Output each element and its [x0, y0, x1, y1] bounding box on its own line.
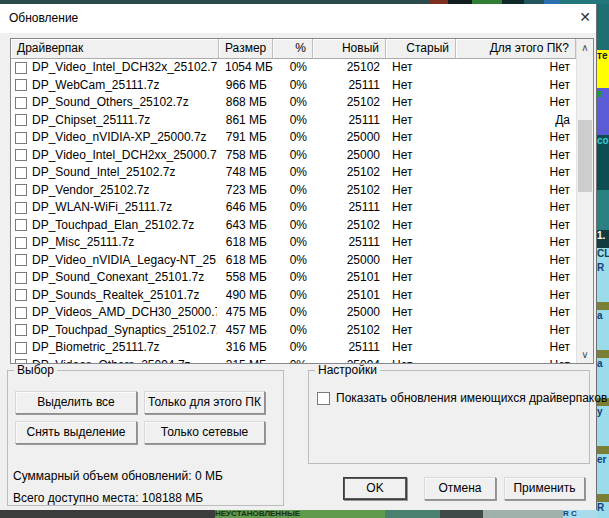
table-row[interactable]: DP_Video_Intel_DCH32x_25102.7z1054 МБ0%2…	[11, 59, 576, 77]
row-old-version: Нет	[386, 59, 456, 77]
list-header: Драйверпак Размер % Новый Старый Для это…	[11, 39, 576, 59]
scroll-thumb[interactable]	[578, 120, 592, 192]
table-row[interactable]: DP_Chipset_25111.7z861 МБ0%25111НетДа	[11, 112, 576, 130]
row-size: 861 МБ	[219, 112, 273, 130]
background-band: те	[597, 50, 609, 88]
only-network-button[interactable]: Только сетевые	[144, 421, 265, 444]
row-percent: 0%	[273, 252, 313, 270]
column-header-old[interactable]: Старый	[386, 39, 456, 59]
scroll-up-icon[interactable]: ∧	[577, 39, 593, 56]
close-icon[interactable]: ✕	[576, 7, 594, 27]
row-checkbox[interactable]	[15, 97, 27, 109]
row-new-version: 25102	[313, 94, 386, 112]
row-checkbox[interactable]	[15, 62, 27, 74]
driverpack-list: Драйверпак Размер % Новый Старый Для это…	[10, 38, 594, 364]
table-row[interactable]: DP_WebCam_25111.7z966 МБ0%25111НетНет	[11, 77, 576, 95]
column-header-size[interactable]: Размер	[219, 39, 273, 59]
show-updates-checkbox[interactable]	[317, 392, 330, 405]
row-name-cell: DP_Sounds_Realtek_25101.7z	[11, 287, 219, 305]
row-name-cell: DP_Sound_Conexant_25101.7z	[11, 269, 219, 287]
row-size: 1054 МБ	[219, 59, 273, 77]
row-old-version: Нет	[386, 164, 456, 182]
table-row[interactable]: DP_WLAN-WiFi_25111.7z646 МБ0%25111НетНет	[11, 199, 576, 217]
row-checkbox[interactable]	[15, 132, 27, 144]
deselect-button[interactable]: Снять выделение	[15, 421, 137, 444]
row-name-cell: DP_Biometric_25111.7z	[11, 339, 219, 357]
row-checkbox[interactable]	[15, 342, 27, 354]
row-name-cell: DP_Misc_25111.7z	[11, 234, 219, 252]
table-row[interactable]: DP_Touchpad_Synaptics_25102.7z457 МБ0%25…	[11, 322, 576, 340]
select-all-button[interactable]: Выделить все	[15, 391, 137, 414]
row-old-version: Нет	[386, 252, 456, 270]
table-row[interactable]: DP_Sound_Others_25102.7z868 МБ0%25102Нет…	[11, 94, 576, 112]
column-header-driverpack[interactable]: Драйверпак	[11, 39, 219, 59]
table-row[interactable]: DP_Sound_Conexant_25101.7z558 МБ0%25101Н…	[11, 269, 576, 287]
row-for-this-pc: Нет	[456, 322, 576, 340]
driverpack-list-main: Драйверпак Размер % Новый Старый Для это…	[11, 39, 576, 363]
row-name: DP_WLAN-WiFi_25111.7z	[32, 199, 172, 217]
row-checkbox[interactable]	[15, 79, 27, 91]
row-percent: 0%	[273, 339, 313, 357]
ok-button[interactable]: OK	[343, 477, 407, 500]
background-band: CL	[597, 248, 609, 262]
column-header-percent[interactable]: %	[273, 39, 313, 59]
table-row[interactable]: DP_Videos_AMD_DCH30_25000.7z475 МБ0%2500…	[11, 304, 576, 322]
row-percent: 0%	[273, 112, 313, 130]
row-name: DP_Misc_25111.7z	[32, 234, 134, 252]
table-row[interactable]: DP_Misc_25111.7z618 МБ0%25111НетНет	[11, 234, 576, 252]
row-new-version: 25111	[313, 234, 386, 252]
cancel-button[interactable]: Отмена	[424, 477, 496, 500]
column-header-for-this-pc[interactable]: Для этого ПК?	[456, 39, 576, 59]
row-name-cell: DP_Video_Intel_DCH2xx_25000.7z	[11, 147, 219, 165]
row-checkbox[interactable]	[15, 324, 27, 336]
table-row[interactable]: DP_Touchpad_Elan_25102.7z643 МБ0%25102Не…	[11, 217, 576, 235]
background-band: R	[597, 502, 609, 518]
row-checkbox[interactable]	[15, 167, 27, 179]
row-old-version: Нет	[386, 147, 456, 165]
show-updates-option[interactable]: Показать обновления имеющихся драйверпак…	[317, 391, 607, 405]
row-checkbox[interactable]	[15, 307, 27, 319]
row-name-cell: DP_Videos_AMD_DCH30_25000.7z	[11, 304, 219, 322]
selection-group-legend: Выбор	[14, 363, 57, 377]
table-row[interactable]: DP_Vendor_25102.7z723 МБ0%25102НетНет	[11, 182, 576, 200]
background-band	[597, 446, 609, 454]
row-checkbox[interactable]	[15, 254, 27, 266]
row-new-version: 25000	[313, 147, 386, 165]
row-name-cell: DP_WLAN-WiFi_25111.7z	[11, 199, 219, 217]
row-checkbox[interactable]	[15, 289, 27, 301]
row-for-this-pc: Нет	[456, 59, 576, 77]
row-percent: 0%	[273, 322, 313, 340]
dialog-title: Обновление	[9, 11, 78, 25]
row-name-cell: DP_Touchpad_Elan_25102.7z	[11, 217, 219, 235]
table-row[interactable]: DP_Sounds_Realtek_25101.7z490 МБ0%25101Н…	[11, 287, 576, 305]
row-checkbox[interactable]	[15, 202, 27, 214]
row-for-this-pc: Нет	[456, 182, 576, 200]
row-name-cell: DP_Video_Intel_DCH32x_25102.7z	[11, 59, 219, 77]
row-checkbox[interactable]	[15, 184, 27, 196]
row-new-version: 25102	[313, 59, 386, 77]
apply-button[interactable]: Применить	[504, 477, 585, 500]
only-this-pc-button[interactable]: Только для этого ПК	[144, 391, 265, 414]
row-size: 618 МБ	[219, 252, 273, 270]
scrollbar[interactable]: ∧ ∨	[576, 39, 593, 363]
row-checkbox[interactable]	[15, 219, 27, 231]
row-checkbox[interactable]	[15, 149, 27, 161]
row-checkbox[interactable]	[15, 272, 27, 284]
row-size: 748 МБ	[219, 164, 273, 182]
row-checkbox[interactable]	[15, 114, 27, 126]
background-band: co	[597, 135, 609, 190]
table-row[interactable]: DP_Video_nVIDIA_Legacy-NT_25...618 МБ0%2…	[11, 252, 576, 270]
row-new-version: 25000	[313, 252, 386, 270]
row-percent: 0%	[273, 217, 313, 235]
table-row[interactable]: DP_Video_nVIDIA-XP_25000.7z791 МБ0%25000…	[11, 129, 576, 147]
column-header-new[interactable]: Новый	[313, 39, 386, 59]
row-new-version: 25111	[313, 77, 386, 95]
table-row[interactable]: DP_Sound_Intel_25102.7z748 МБ0%25102НетН…	[11, 164, 576, 182]
scroll-down-icon[interactable]: ∨	[577, 346, 593, 363]
background-segment	[440, 510, 483, 518]
row-size: 558 МБ	[219, 269, 273, 287]
row-checkbox[interactable]	[15, 237, 27, 249]
row-percent: 0%	[273, 287, 313, 305]
table-row[interactable]: DP_Biometric_25111.7z316 МБ0%25111НетНет	[11, 339, 576, 357]
table-row[interactable]: DP_Video_Intel_DCH2xx_25000.7z758 МБ0%25…	[11, 147, 576, 165]
